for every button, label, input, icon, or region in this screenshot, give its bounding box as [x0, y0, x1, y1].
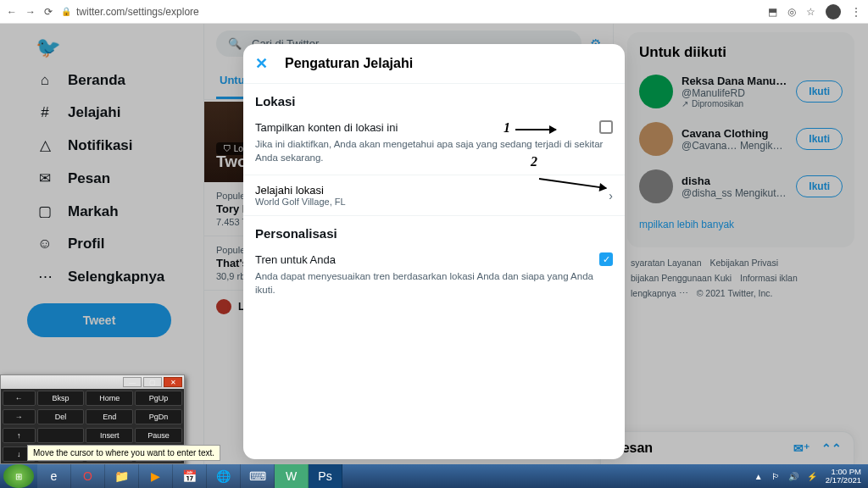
reload-button[interactable]: ⟳	[44, 6, 53, 18]
taskbar-app[interactable]: 📁	[105, 464, 139, 488]
taskbar-app[interactable]: ⌨	[241, 464, 275, 488]
modal-title: Pengaturan Jelajahi	[285, 56, 413, 71]
browser-toolbar: ← → ⟳ 🔒 twitter.com/settings/explore ⬒ ◎…	[0, 0, 868, 24]
key-bksp[interactable]: Bksp	[37, 391, 85, 406]
taskbar-app[interactable]: 🌐	[207, 464, 241, 488]
start-button[interactable]: ⊞	[3, 464, 34, 488]
key[interactable]: ↑	[3, 428, 36, 443]
tray-icon[interactable]: ▲	[754, 472, 763, 481]
tooltip: Move the cursor to where you want to ent…	[27, 445, 220, 461]
row-explore-location[interactable]: Jelajahi lokasi World Golf Village, FL ›	[243, 175, 625, 216]
minimize-button[interactable]: —	[123, 377, 142, 387]
tray-icon[interactable]: 🔊	[788, 472, 798, 481]
annotation-1: 1	[504, 120, 510, 136]
section-location: Lokasi	[243, 84, 625, 112]
lock-icon: 🔒	[61, 7, 71, 16]
key[interactable]: →	[3, 409, 36, 424]
forward-button[interactable]: →	[25, 6, 36, 18]
taskbar-app[interactable]: 📅	[173, 464, 207, 488]
row-trends-for-you[interactable]: Tren untuk Anda ✓	[243, 244, 625, 269]
back-button[interactable]: ←	[7, 6, 17, 18]
close-button[interactable]: ✕	[164, 377, 182, 387]
extension-icon[interactable]: ☆	[806, 6, 815, 18]
taskbar-app[interactable]: W	[275, 464, 309, 488]
maximize-button[interactable]: ▢	[143, 377, 162, 387]
taskbar-clock[interactable]: 1:00 PM 2/17/2021	[826, 468, 861, 485]
profile-avatar[interactable]	[826, 4, 841, 19]
tray-icon[interactable]: 🏳	[771, 472, 780, 481]
explore-settings-modal: ✕ Pengaturan Jelajahi Lokasi Tampilkan k…	[243, 44, 625, 459]
key-pgdn[interactable]: PgDn	[135, 409, 182, 424]
menu-icon[interactable]: ⋮	[851, 6, 861, 18]
extension-icon[interactable]: ◎	[787, 6, 796, 18]
extension-icon[interactable]: ⬒	[768, 6, 777, 18]
checkbox-location[interactable]	[599, 120, 613, 134]
windows-taskbar[interactable]: ⊞ e O 📁 ▶ 📅 🌐 ⌨ W Ps ▲ 🏳 🔊 ⚡ 1:00 PM 2/1…	[0, 464, 868, 488]
key-home[interactable]: Home	[86, 391, 133, 406]
arrow-1	[515, 129, 556, 130]
chevron-right-icon: ›	[609, 189, 613, 202]
taskbar-app[interactable]: ▶	[139, 464, 173, 488]
row-show-location-content[interactable]: Tampilkan konten di lokasi ini	[243, 112, 625, 137]
tray-icon[interactable]: ⚡	[807, 472, 817, 481]
close-icon[interactable]: ✕	[255, 54, 268, 73]
key-end[interactable]: End	[86, 409, 133, 424]
key-pgup[interactable]: PgUp	[135, 391, 182, 406]
annotation-2: 2	[531, 154, 537, 169]
taskbar-app[interactable]: Ps	[309, 464, 342, 488]
checkbox-trends[interactable]: ✓	[599, 252, 613, 266]
url-text: twitter.com/settings/explore	[76, 6, 199, 18]
taskbar-app[interactable]: e	[37, 464, 71, 488]
section-personalization: Personalisasi	[243, 216, 625, 244]
key-insert[interactable]: Insert	[86, 428, 133, 443]
key[interactable]	[37, 428, 85, 443]
address-bar[interactable]: 🔒 twitter.com/settings/explore	[61, 6, 760, 18]
key[interactable]: ←	[3, 391, 36, 406]
key-pause[interactable]: Pause	[135, 428, 182, 443]
taskbar-app[interactable]: O	[71, 464, 105, 488]
key-del[interactable]: Del	[37, 409, 85, 424]
